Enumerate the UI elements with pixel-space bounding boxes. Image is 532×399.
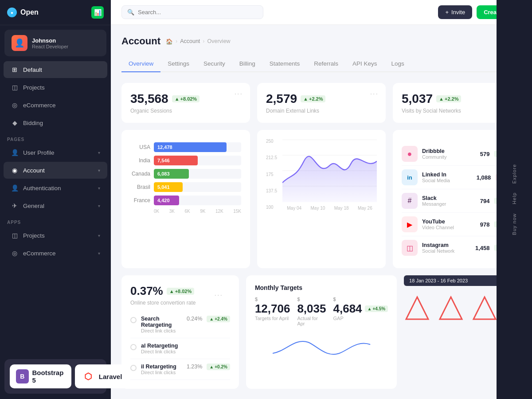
conv-dot	[130, 344, 137, 350]
gap-badge: ▲ +4.5%	[365, 305, 388, 312]
page-header: Account 🏠 › Account › Overview	[121, 35, 521, 47]
laravel-icon: ⬡	[81, 369, 95, 383]
app-name: Open	[20, 8, 39, 16]
bottom-grid: ··· 0.37% ▲ +8.02% Online store converti…	[121, 275, 521, 389]
bar-chart: USA 12,478 India 7,546	[130, 142, 241, 214]
chevron-down-icon: ▾	[98, 233, 100, 238]
arrow-up-icon: ▲	[209, 364, 214, 369]
bar-chart-card: USA 12,478 India 7,546	[121, 130, 250, 268]
conversion-card: ··· 0.37% ▲ +8.02% Online store converti…	[121, 275, 239, 389]
stats-grid: ··· 35,568 ▲ +8.02% Organic Sessions ···…	[121, 83, 521, 123]
sidebar: ● Open 📊 👤 Johnson React Developer ⊞ Def…	[0, 0, 111, 399]
arrow-up-icon: ▲	[169, 289, 174, 294]
charts-grid: USA 12,478 India 7,546	[121, 130, 521, 268]
search-input[interactable]	[138, 9, 258, 16]
linkedin-icon: in	[402, 169, 418, 185]
right-panel: Explore Help Buy now	[497, 0, 532, 399]
bidding-icon: ◆	[11, 119, 19, 127]
tab-statements[interactable]: Statements	[262, 56, 307, 72]
chevron-down-icon: ▾	[98, 251, 100, 256]
home-icon: 🏠	[166, 38, 173, 45]
monthly-title: Monthly Targets	[255, 284, 388, 291]
sidebar-item-default[interactable]: ⊞ Default	[4, 61, 107, 78]
monthly-targets-card: Monthly Targets $ 12,706 Targets for Apr…	[246, 275, 397, 389]
monthly-mini-chart	[255, 333, 388, 360]
breadcrumb-account[interactable]: Account	[180, 38, 200, 44]
topbar: 🔍 + Invite Create App	[111, 0, 532, 25]
sidebar-item-general[interactable]: ✈ General ▾	[4, 197, 107, 214]
page-title: Account	[121, 35, 160, 47]
user-card[interactable]: 👤 Johnson React Developer	[4, 30, 106, 56]
conv-row-il: il Retargeting Direct link clicks 1.23% …	[130, 359, 230, 380]
user-role: React Developer	[32, 44, 68, 49]
bar-row-canada: Canada 6,083	[130, 169, 241, 179]
explore-link[interactable]: Explore	[512, 164, 517, 184]
more-options-icon[interactable]: ···	[215, 291, 223, 299]
sidebar-item-projects-app[interactable]: ◫ Projects ▾	[4, 227, 107, 244]
bar-fill-india: 7,546	[154, 156, 198, 165]
buy-now-link[interactable]: Buy now	[512, 213, 517, 235]
organic-sessions-badge: ▲ +8.02%	[172, 95, 200, 102]
more-options-icon[interactable]: ···	[235, 90, 243, 98]
slack-icon: #	[402, 193, 418, 209]
conversion-label: Online store convertion rate	[130, 300, 230, 306]
stat-domain-links: ··· 2,579 ▲ +2.2% Domain External Links	[257, 83, 386, 123]
social-row-instagram: ◫ Instagram Social Network 1,458 +8.3%	[402, 236, 512, 259]
stat-organic-sessions: ··· 35,568 ▲ +8.02% Organic Sessions	[121, 83, 250, 123]
bar-row-brasil: Brasil 5,041	[130, 182, 241, 192]
tab-referrals[interactable]: Referrals	[307, 56, 345, 72]
tab-api-keys[interactable]: API Keys	[345, 56, 384, 72]
tab-settings[interactable]: Settings	[160, 56, 196, 72]
tab-billing[interactable]: Billing	[232, 56, 262, 72]
bar-row-india: India 7,546	[130, 156, 241, 165]
svg-marker-4	[406, 297, 428, 319]
ecommerce-app-icon: ◎	[11, 249, 19, 257]
domain-links-badge: ▲ +2.2%	[301, 95, 325, 102]
domain-links-label: Domain External Links	[266, 108, 377, 114]
search-icon: 🔍	[127, 9, 134, 16]
chevron-down-icon: ▾	[98, 150, 100, 155]
tab-bar: Overview Settings Security Billing State…	[121, 56, 521, 72]
main-content: 🔍 + Invite Create App Account 🏠 › Accoun…	[111, 0, 532, 399]
social-visits-value: 5,037	[402, 92, 433, 106]
chart-placeholder-3	[471, 295, 498, 323]
invite-button[interactable]: + Invite	[438, 5, 472, 19]
laravel-badge: ⬡ Laravel	[75, 364, 129, 388]
sidebar-item-ecommerce[interactable]: ◎ eCommerce	[4, 97, 107, 113]
sidebar-item-authentication[interactable]: 👤 Authentication ▾	[4, 180, 107, 196]
arrow-up-icon: ▲	[368, 306, 372, 311]
sidebar-header: ● Open 📊	[0, 0, 111, 25]
social-visits-badge: ▲ +2.2%	[436, 95, 461, 102]
user-name: Johnson	[32, 37, 68, 44]
sidebar-item-projects[interactable]: ◫ Projects	[4, 79, 107, 96]
ecommerce-icon: ◎	[11, 101, 19, 109]
conv-row-search: Search Retargeting Direct link clicks 0.…	[130, 311, 230, 338]
tab-overview[interactable]: Overview	[121, 56, 160, 72]
search-bar[interactable]: 🔍	[121, 5, 263, 19]
analytics-icon-button[interactable]: 📊	[91, 6, 104, 19]
plus-icon: +	[445, 9, 449, 16]
instagram-icon: ◫	[402, 240, 418, 256]
arrow-up-icon: ▲	[209, 317, 214, 321]
user-profile-icon: 👤	[11, 149, 19, 156]
sidebar-item-user-profile[interactable]: 👤 User Profile ▾	[4, 144, 107, 161]
bar-fill-usa: 12,478	[154, 142, 227, 152]
x-axis-labels: May 04 May 10 May 18 May 26	[282, 206, 377, 211]
app-logo: ● Open	[7, 8, 39, 17]
social-visits-label: Visits by Social Networks	[402, 108, 512, 114]
conv-row-al: al Retargeting Direct link clicks	[130, 338, 230, 359]
svg-marker-6	[473, 297, 496, 319]
chart-placeholder-2	[438, 295, 464, 323]
brand-section: B Bootstrap 5 ⬡ Laravel	[0, 354, 111, 399]
tab-security[interactable]: Security	[196, 56, 232, 72]
svg-marker-5	[440, 297, 462, 319]
more-options-icon[interactable]: ···	[370, 90, 379, 98]
avatar: 👤	[12, 35, 27, 51]
sidebar-item-bidding[interactable]: ◆ Bidding	[4, 114, 107, 131]
bootstrap-icon: B	[16, 369, 29, 383]
sidebar-item-ecommerce-app[interactable]: ◎ eCommerce ▾	[4, 245, 107, 262]
help-link[interactable]: Help	[512, 192, 517, 204]
content-area: Account 🏠 › Account › Overview Overview …	[111, 25, 532, 399]
sidebar-item-account[interactable]: ◉ Account ▾	[4, 162, 107, 179]
tab-logs[interactable]: Logs	[384, 56, 411, 72]
